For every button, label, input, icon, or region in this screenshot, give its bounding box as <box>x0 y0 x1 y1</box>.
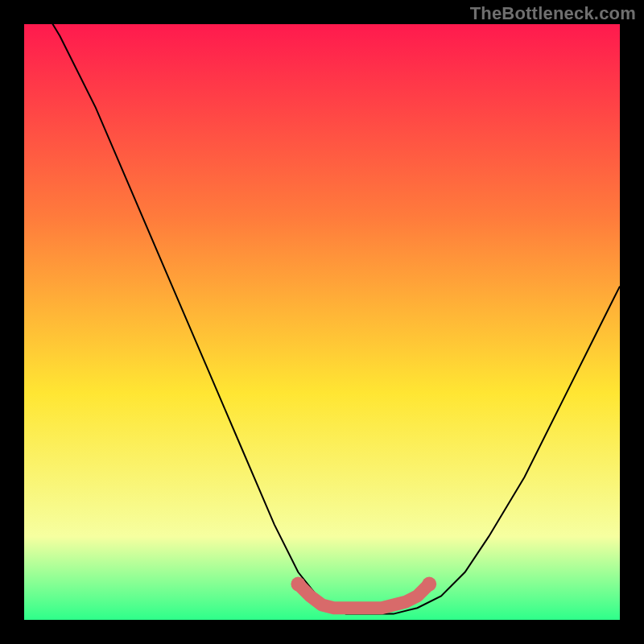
bottleneck-chart-svg <box>24 24 620 620</box>
watermark-text: TheBottleneck.com <box>470 3 636 24</box>
optimal-end-dot <box>422 577 436 592</box>
gradient-background <box>24 24 620 620</box>
optimal-end-dot <box>291 577 305 592</box>
plot-area <box>24 24 620 620</box>
chart-frame: TheBottleneck.com <box>0 0 644 644</box>
